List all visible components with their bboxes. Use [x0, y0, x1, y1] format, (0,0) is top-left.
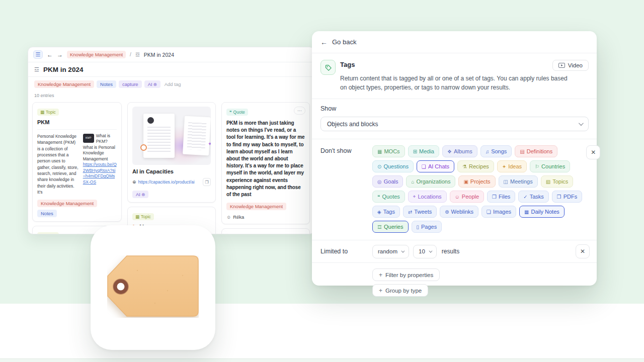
nav-back-icon[interactable]: ← [47, 51, 53, 58]
card-page[interactable]: ❏Page How I Use AI day to day I didn't t… [221, 228, 310, 234]
weblink-url[interactable]: https://capacities.io/product/ai [138, 179, 201, 185]
chip-projects[interactable]: ▣Projects [458, 175, 495, 188]
chip-daily-notes[interactable]: ▦Daily Notes [519, 206, 565, 218]
chip-queries[interactable]: ☲Queries [372, 221, 409, 233]
card-quote[interactable]: ❝Quote ⋯ PKM is more than just taking no… [221, 102, 310, 224]
sidebar-toggle-icon[interactable]: ☰ [33, 50, 43, 59]
chip-weblinks[interactable]: ⊕Weblinks [440, 206, 478, 218]
chip-files[interactable]: ❐Files [487, 191, 515, 203]
chip-songs-icon: ♫ [486, 149, 490, 154]
tag-knowledge-management[interactable]: Knowledge Management [34, 80, 94, 88]
go-back-button[interactable]: ← Go back [312, 31, 597, 53]
globe-icon: ⊕ [132, 179, 136, 185]
video-button[interactable]: Video [552, 60, 589, 71]
card-tags: Knowledge Management Notes [37, 200, 117, 217]
order-select[interactable]: random [372, 245, 409, 258]
video-thumbnail[interactable]: KM? [83, 134, 94, 143]
chip-ai-chats[interactable]: ❑AI Chats [417, 160, 454, 172]
tag-knowledge-management[interactable]: Knowledge Management [226, 203, 286, 210]
chip-albums[interactable]: ❖Albums [442, 145, 477, 157]
filter-by-properties-button[interactable]: + Filter by properties [372, 268, 440, 281]
card-title: AI in Capacities [132, 168, 211, 174]
chip-images[interactable]: ❏Images [481, 206, 516, 218]
remove-limit-rule-button[interactable]: ✕ [576, 244, 590, 258]
chip-label: Media [419, 148, 434, 154]
orange-ring-icon [140, 144, 147, 151]
chip-goals[interactable]: ◎Goals [372, 175, 403, 188]
card-pkm[interactable]: ▦Topic PKM Personal Knowledge Management… [32, 102, 122, 222]
chip-label: Projects [470, 178, 491, 185]
cards-column-1: ▦Topic PKM Personal Knowledge Management… [32, 102, 122, 234]
paper-tag-icon [107, 255, 199, 318]
chip-mocs[interactable]: ▦MOCs [372, 145, 405, 157]
cards-column-2: ✦ AI in Capacities ⊕ https://capacities.… [127, 102, 216, 234]
chip-countries[interactable]: ⚐Countries [530, 160, 570, 172]
chip-organizations[interactable]: ⌂Organizations [406, 175, 455, 188]
topic-badge: ▦Topic [132, 213, 154, 220]
nav-forward-icon[interactable]: → [57, 51, 63, 58]
chip-locations[interactable]: ⌖Locations [408, 191, 447, 203]
chip-topics[interactable]: ▧Topics [541, 175, 574, 188]
chip-queries-icon: ☲ [377, 224, 382, 230]
chip-projects-icon: ▣ [463, 179, 468, 185]
chip-label: Tasks [530, 194, 544, 200]
chip-songs[interactable]: ♫Songs [480, 145, 512, 157]
chip-quotes[interactable]: ❝Quotes [372, 191, 405, 203]
chip-ideas[interactable]: ✦Ideas [497, 160, 527, 172]
chip-weblinks-icon: ⊕ [445, 209, 449, 215]
breadcrumb-page[interactable]: PKM in 2024 [144, 52, 174, 58]
video-embed[interactable]: KM? What is PKM? What is Personal Knowle… [83, 133, 117, 195]
group-by-type-button[interactable]: + Group by type [372, 284, 428, 297]
chip-label: Daily Notes [531, 209, 559, 215]
go-back-label: Go back [332, 38, 356, 46]
breadcrumb-tag[interactable]: Knowledge Management [67, 51, 126, 58]
chip-label: Organizations [417, 178, 451, 185]
chip-definitions-icon: ▤ [520, 149, 524, 154]
copy-icon[interactable]: ❐ [203, 178, 211, 186]
chip-pages[interactable]: ▯Pages [412, 221, 442, 233]
chip-pdfs[interactable]: ❒PDFs [552, 191, 582, 203]
tag-notes[interactable]: Notes [37, 210, 57, 217]
chip-meetings[interactable]: ◫Meetings [499, 175, 538, 188]
plus-icon: + [379, 272, 382, 279]
chip-media[interactable]: ⊞Media [408, 145, 439, 157]
chip-daily-notes-icon: ▦ [524, 209, 529, 215]
quote-author[interactable]: ☺ Réka [226, 214, 305, 220]
chip-label: Ideas [508, 163, 522, 169]
chevron-down-icon [401, 249, 405, 252]
tag-ai[interactable]: AI⊛ [132, 191, 148, 198]
chip-questions[interactable]: ⊙Questions [372, 160, 414, 172]
chip-recipes[interactable]: ⚗Recipes [457, 160, 494, 172]
cards-column-3: ❝Quote ⋯ PKM is more than just taking no… [221, 102, 310, 234]
count-select[interactable]: 10 [413, 245, 437, 258]
show-select[interactable]: Objects and blocks [320, 117, 589, 131]
chip-tags[interactable]: ◈Tags [372, 206, 400, 218]
chip-label: Countries [541, 163, 565, 169]
chip-label: Files [499, 194, 510, 200]
tag-knowledge-management[interactable]: Knowledge Management [37, 200, 97, 207]
weblink-preview-image: ✦ [132, 107, 211, 165]
remove-dont-show-rule-button[interactable]: ✕ [586, 145, 600, 159]
chip-label: Images [493, 209, 511, 215]
video-icon [558, 63, 565, 68]
chip-label: Tags [383, 209, 395, 215]
chip-label: Locations [418, 194, 442, 200]
tag-icon [320, 60, 336, 75]
plus-icon: + [379, 287, 382, 294]
chip-quotes-icon: ❝ [377, 194, 380, 200]
video-link[interactable]: https://youtu.be/Q2WBHyqRsxA?si=h4miDFDg… [83, 162, 117, 185]
tag-ai[interactable]: AI⊛ [144, 80, 160, 88]
more-options-icon[interactable]: ⋯ [294, 107, 305, 115]
chip-definitions[interactable]: ▤Definitions [515, 145, 557, 157]
tag-capture[interactable]: capture [119, 80, 142, 88]
chip-label: Weblinks [451, 209, 473, 215]
chip-tasks[interactable]: ✓Tasks [518, 191, 549, 203]
page-title-row: ☲ PKM in 2024 [28, 62, 314, 77]
page-title: PKM in 2024 [43, 66, 84, 73]
chip-people[interactable]: ☺People [450, 191, 484, 203]
chip-tweets[interactable]: ⇄Tweets [403, 206, 437, 218]
add-tag-button[interactable]: Add tag [165, 81, 181, 87]
card-ai-in-capacities[interactable]: ✦ AI in Capacities ⊕ https://capacities.… [127, 102, 216, 203]
ai-badge-icon: ⊛ [141, 192, 145, 197]
tag-notes[interactable]: Notes [97, 80, 116, 88]
